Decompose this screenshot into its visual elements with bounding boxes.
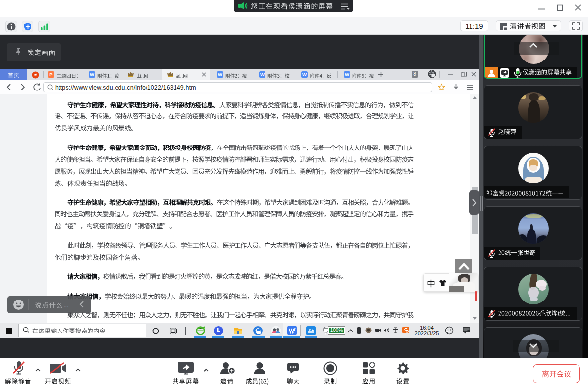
svg-text:P: P bbox=[49, 72, 53, 77]
svg-text:W: W bbox=[218, 72, 222, 77]
svg-text:W: W bbox=[90, 72, 94, 77]
svg-text:W: W bbox=[345, 72, 349, 77]
svg-text:W: W bbox=[260, 72, 265, 77]
svg-text:W: W bbox=[302, 72, 307, 77]
